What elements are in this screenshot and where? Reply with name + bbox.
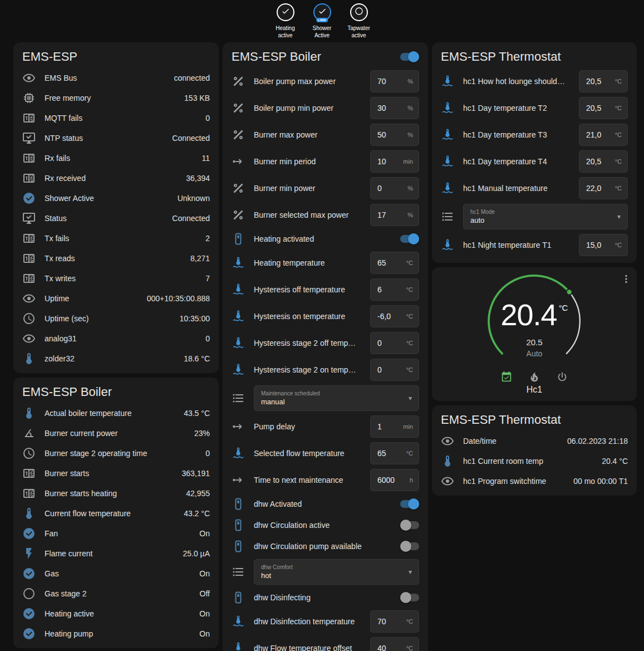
entity-row[interactable]: Rx received36,394 — [13, 168, 219, 188]
badge-shower-active[interactable]: LINKShowerActive — [306, 3, 338, 39]
menu-dots-icon[interactable] — [620, 273, 632, 285]
entity-row[interactable]: Tx fails2 — [13, 228, 219, 248]
entity-row[interactable]: GasOn — [13, 564, 219, 584]
number-input[interactable]: 40°C — [370, 637, 419, 651]
entity-value: 20.4 °C — [602, 457, 628, 466]
number-value: 65 — [377, 258, 386, 267]
entity-row[interactable]: Current flow temperature43.2 °C — [13, 503, 219, 523]
entity-row[interactable]: Uptime000+10:35:00.888 — [13, 288, 219, 309]
entity-row[interactable]: Shower ActiveUnknown — [13, 188, 219, 208]
entity-row[interactable]: Burner starts heating42,955 — [13, 483, 219, 503]
entity-label: hc1 Program switchtime — [463, 477, 568, 486]
select-value: manual — [261, 398, 320, 406]
entity-row[interactable]: EMS Busconnected — [13, 68, 219, 88]
entity-value: 18.6 °C — [184, 354, 210, 363]
number-input[interactable]: 21,0°C — [579, 124, 628, 146]
number-input[interactable]: 10min — [370, 150, 419, 173]
entity-value: Off — [200, 589, 210, 598]
entity-value: Unknown — [178, 194, 210, 203]
number-input[interactable]: 1min — [370, 415, 419, 438]
entity-row[interactable]: Burner starts363,191 — [13, 463, 219, 483]
counter-icon — [22, 252, 36, 265]
number-input[interactable]: 0% — [370, 177, 419, 199]
entity-row[interactable]: analog310 — [13, 329, 219, 349]
entity-row: hc1 Night temperature T115,0°C — [432, 232, 637, 258]
card-header-toggle[interactable] — [400, 53, 419, 61]
number-value: 50 — [377, 130, 386, 139]
number-input[interactable]: 17% — [370, 204, 419, 226]
entity-toggle[interactable] — [400, 500, 419, 508]
entity-row[interactable]: Tx writes7 — [13, 268, 219, 288]
entity-row[interactable]: Uptime (sec)10:35:00 — [13, 309, 219, 329]
entity-row[interactable]: Free memory153 KB — [13, 88, 219, 108]
entity-row[interactable]: Gas stage 2Off — [13, 584, 219, 604]
entity-label: Burner min period — [254, 157, 365, 166]
number-unit: °C — [406, 286, 413, 293]
entity-value: 43.5 °C — [184, 409, 210, 418]
check-circle-icon — [22, 527, 36, 540]
number-unit: °C — [406, 618, 413, 625]
calendar-check-icon[interactable] — [500, 371, 513, 383]
select-input[interactable]: hc1 Modeauto▾ — [463, 204, 628, 229]
number-value: 21,0 — [586, 130, 601, 139]
entity-row[interactable]: StatusConnected — [13, 208, 219, 228]
entity-toggle[interactable] — [400, 594, 419, 601]
number-input[interactable]: 70% — [370, 70, 419, 92]
number-input[interactable]: 30% — [370, 97, 419, 119]
entity-toggle[interactable] — [400, 235, 419, 243]
number-input[interactable]: -6,0°C — [370, 305, 419, 327]
column-2: EMS-ESP BoilerBoiler pump max power70%Bo… — [223, 42, 428, 651]
number-input[interactable]: 65°C — [370, 442, 419, 464]
select-input[interactable]: dhw Comforthot▾ — [254, 559, 419, 585]
entity-row[interactable]: Flame current25.0 µA — [13, 544, 219, 564]
eye-icon — [22, 71, 36, 85]
number-input[interactable]: 6000h — [370, 469, 419, 491]
entity-row[interactable]: MQTT fails0 — [13, 108, 219, 128]
number-input[interactable]: 0°C — [370, 332, 419, 354]
entity-label: dhw Disinfection temperature — [254, 617, 365, 626]
entity-label: EMS Bus — [45, 74, 168, 82]
chevron-down-icon: ▾ — [617, 213, 621, 221]
entity-row[interactable]: Burner current power23% — [13, 423, 219, 443]
entity-row[interactable]: FanOn — [13, 523, 219, 544]
number-input[interactable]: 20,5°C — [579, 97, 628, 119]
entity-row[interactable]: Actual boiler temperature43.5 °C — [13, 403, 219, 423]
number-input[interactable]: 65°C — [370, 252, 419, 274]
entity-value: On — [199, 529, 210, 538]
number-input[interactable]: 6°C — [370, 278, 419, 301]
entity-label: zolder32 — [45, 354, 178, 363]
entity-row[interactable]: zolder3218.6 °C — [13, 349, 219, 369]
entity-row[interactable]: Rx fails11 — [13, 148, 219, 168]
entity-row[interactable]: hc1 Program switchtime00 mo 00:00 T1 — [432, 471, 637, 491]
entity-toggle[interactable] — [400, 542, 419, 550]
entity-row[interactable]: Heating activeOn — [13, 604, 219, 624]
card-title: EMS-ESP Thermostat — [441, 50, 561, 64]
entity-value: 25.0 µA — [183, 549, 210, 558]
entity-value: 8,271 — [190, 254, 210, 263]
fire-icon[interactable] — [528, 371, 540, 383]
entity-row[interactable]: Date/time06.02.2023 21:18 — [432, 431, 637, 451]
select-input[interactable]: Maintenance scheduledmanual▾ — [254, 385, 419, 411]
entity-row[interactable]: NTP statusConnected — [13, 128, 219, 148]
entity-row: Hysteresis off temperature6°C — [223, 276, 428, 303]
entity-row[interactable]: Heating pumpOn — [13, 624, 219, 644]
badge-heating-active[interactable]: Heatingactive — [269, 3, 302, 39]
number-input[interactable]: 15,0°C — [579, 234, 628, 256]
number-input[interactable]: 20,5°C — [579, 70, 628, 92]
number-unit: °C — [406, 313, 413, 320]
current-temp-unit: °C — [559, 303, 568, 312]
number-input[interactable]: 20,5°C — [579, 150, 628, 173]
entity-row[interactable]: Tx reads8,271 — [13, 248, 219, 268]
entity-toggle[interactable] — [400, 521, 419, 529]
clock-icon — [22, 447, 36, 460]
badge-tapwater-active[interactable]: Tapwateractive — [343, 3, 375, 39]
number-input[interactable]: 70°C — [370, 610, 419, 633]
number-input[interactable]: 50% — [370, 124, 419, 146]
number-unit: min — [403, 423, 413, 430]
entity-row[interactable]: Burner stage 2 operating time0 — [13, 443, 219, 463]
entity-row[interactable]: hc1 Current room temp20.4 °C — [432, 451, 637, 471]
number-input[interactable]: 0°C — [370, 359, 419, 381]
number-input[interactable]: 22,0°C — [579, 177, 628, 199]
entity-label: Selected flow temperature — [254, 449, 365, 458]
power-icon[interactable] — [556, 371, 568, 383]
